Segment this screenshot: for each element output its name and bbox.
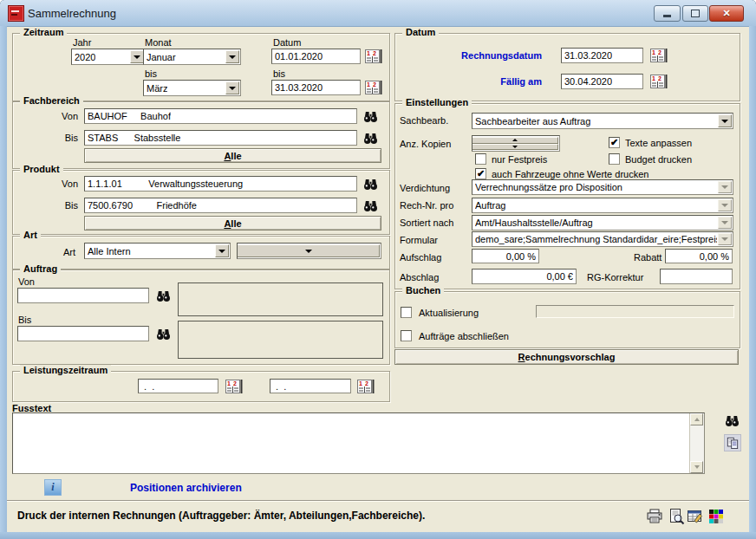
sachbearb-select[interactable]: Sachbearbeiter aus Auftrag — [472, 113, 733, 129]
search-binoculars-icon[interactable] — [362, 108, 378, 124]
group-title-datum: Datum — [402, 27, 439, 37]
monat-von-select[interactable]: Januar — [143, 49, 241, 65]
produkt-bis-input[interactable]: 7500.6790 Friedhöfe — [84, 198, 357, 213]
print-icon[interactable] — [645, 508, 664, 525]
leistungszeitraum-bis-input[interactable]: . . — [270, 379, 351, 393]
calendar-icon[interactable]: 12 — [365, 80, 382, 95]
fahrzeuge-checkbox[interactable]: ✔ — [475, 168, 486, 179]
search-binoculars-icon[interactable] — [362, 198, 378, 213]
datum-von-input[interactable]: 01.01.2020 — [271, 49, 361, 64]
jahr-select[interactable]: 2020 — [71, 49, 146, 65]
dropdown-arrow-icon[interactable] — [718, 114, 732, 127]
search-binoculars-icon[interactable] — [724, 413, 740, 427]
rabatt-label: Rabatt — [634, 252, 662, 263]
leistungszeitraum-von-input[interactable]: . . — [138, 379, 218, 393]
spinner-up-icon[interactable] — [472, 137, 558, 144]
auftrag-von-input[interactable] — [17, 288, 149, 303]
search-binoculars-icon[interactable] — [155, 326, 171, 341]
search-binoculars-icon[interactable] — [155, 288, 171, 303]
info-icon[interactable]: i — [44, 479, 62, 496]
window-title: Sammelrechnung — [28, 7, 116, 20]
rechnungsvorschlag-button[interactable]: Rechnungsvorschlag — [394, 349, 739, 365]
dropdown-arrow-icon[interactable] — [225, 50, 239, 63]
calendar-icon[interactable]: 12 — [650, 48, 668, 63]
datum-von-label: Datum — [273, 37, 301, 48]
fusstext-scrollbar[interactable] — [689, 413, 704, 473]
scroll-up-icon[interactable] — [690, 413, 703, 425]
svg-text:2: 2 — [658, 75, 662, 81]
fachbereich-bis-input[interactable]: STABS Stabsstelle — [84, 130, 357, 146]
svg-text:2: 2 — [373, 50, 376, 56]
auftraege-abschliessen-checkbox[interactable] — [401, 330, 412, 341]
faellig-am-label: Fällig am — [399, 76, 542, 87]
search-binoculars-icon[interactable] — [362, 130, 378, 146]
dropdown-arrow-icon[interactable] — [237, 244, 380, 257]
aufschlag-input[interactable]: 0,00 % — [472, 249, 539, 263]
scroll-down-icon[interactable] — [690, 461, 703, 473]
svg-text:2: 2 — [365, 380, 368, 386]
dropdown-arrow-icon[interactable] — [215, 244, 229, 257]
statusbar-divider — [7, 500, 749, 502]
spinner-down-icon[interactable] — [472, 144, 558, 151]
sortiert-nach-label: Sortiert nach — [400, 218, 453, 228]
dropdown-arrow-icon — [718, 233, 732, 245]
aktualisierung-input — [536, 305, 734, 318]
calendar-icon[interactable]: 12 — [365, 49, 382, 64]
fachbereich-alle-button[interactable]: Alle — [84, 148, 381, 163]
minimize-button[interactable] — [654, 5, 681, 22]
budget-drucken-checkbox[interactable] — [609, 153, 620, 165]
copy-icon[interactable] — [724, 434, 741, 451]
dropdown-arrow-icon[interactable] — [225, 81, 239, 94]
form-edit-icon[interactable] — [686, 508, 705, 525]
svg-text:1: 1 — [359, 380, 362, 386]
title-bar[interactable]: Sammelrechnung ✕ — [0, 0, 756, 27]
monat-bis-label: bis — [145, 68, 157, 79]
maximize-button[interactable] — [682, 5, 708, 22]
rg-korrektur-input[interactable] — [660, 269, 733, 284]
group-title-buchen: Buchen — [402, 285, 444, 295]
minimize-icon — [663, 15, 671, 17]
datum-bis-label: bis — [273, 68, 285, 79]
verdichtung-label: Verdichtung — [400, 183, 450, 193]
produkt-bis-label: Bis — [54, 200, 78, 211]
aufschlag-label: Aufschlag — [400, 252, 441, 263]
calendar-icon[interactable]: 12 — [650, 74, 668, 89]
produkt-von-input[interactable]: 1.1.1.01 Verwaltungssteuerung — [84, 176, 357, 192]
fusstext-textarea[interactable] — [12, 412, 705, 474]
aktualisierung-label: Aktualisierung — [419, 308, 479, 318]
fachbereich-von-input[interactable]: BAUHOF Bauhof — [84, 108, 357, 124]
close-button[interactable]: ✕ — [709, 5, 744, 22]
rechnungsdatum-input[interactable]: 31.03.2020 — [561, 48, 643, 63]
fachbereich-von-label: Von — [54, 111, 78, 121]
positionen-archivieren-link[interactable]: Positionen archivieren — [130, 482, 242, 494]
search-binoculars-icon[interactable] — [362, 176, 378, 192]
faellig-am-input[interactable]: 30.04.2020 — [561, 74, 643, 89]
art-select-1[interactable]: Alle Intern — [84, 243, 231, 259]
close-icon: ✕ — [722, 8, 730, 19]
aktualisierung-checkbox[interactable] — [401, 307, 412, 318]
svg-text:1: 1 — [652, 75, 655, 81]
fachbereich-bis-label: Bis — [54, 133, 78, 143]
dropdown-arrow-icon[interactable] — [130, 50, 144, 63]
datum-bis-input[interactable]: 31.03.2020 — [271, 80, 361, 95]
window-border-left — [0, 26, 7, 539]
produkt-alle-button[interactable]: Alle — [84, 216, 381, 231]
rabatt-input[interactable]: 0,00 % — [665, 249, 733, 263]
window-border-right — [749, 26, 756, 539]
monat-bis-select[interactable]: März — [143, 80, 241, 96]
auftrag-bis-info-panel — [178, 321, 383, 359]
sachbearb-label: Sachbearb. — [400, 115, 448, 126]
svg-text:2: 2 — [233, 380, 237, 386]
calendar-icon[interactable]: 12 — [357, 379, 375, 393]
calendar-icon[interactable]: 12 — [225, 379, 243, 393]
auftrag-bis-input[interactable] — [17, 326, 149, 341]
nur-festpreis-checkbox[interactable] — [475, 153, 486, 165]
texte-anpassen-checkbox[interactable]: ✔ — [609, 137, 620, 148]
art-select-2[interactable]: Alle — [237, 243, 381, 259]
abschlag-input[interactable]: 0,00 € — [472, 269, 577, 284]
color-grid-icon[interactable] — [707, 508, 726, 525]
svg-text:1: 1 — [367, 81, 370, 88]
anz-kopien-stepper[interactable]: 1 — [472, 135, 560, 152]
print-preview-icon[interactable] — [667, 508, 686, 525]
texte-anpassen-label: Texte anpassen — [625, 138, 692, 148]
